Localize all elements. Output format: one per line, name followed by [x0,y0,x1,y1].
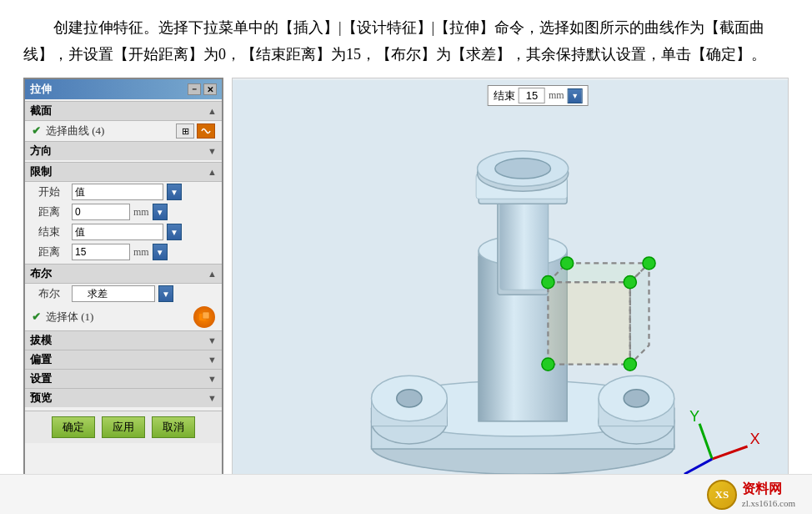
dim-value-input[interactable] [519,88,545,103]
section-offset[interactable]: 偏置 ▼ [25,350,222,369]
bool-value-input[interactable] [72,285,155,302]
section-bool-arrow: ▲ [208,269,217,279]
start-type-input[interactable] [72,184,163,200]
end-distance-row: 距离 mm ▼ [25,242,222,262]
section-offset-arrow: ▼ [208,355,217,365]
end-distance-dropdown[interactable]: ▼ [153,244,168,260]
start-distance-dropdown[interactable]: ▼ [153,204,168,220]
svg-point-27 [542,276,554,289]
section-direction[interactable]: 方向 ▼ [25,141,222,160]
svg-point-23 [495,159,551,179]
svg-text:X: X [750,431,760,447]
bool-label: 布尔 [38,286,68,301]
start-label: 开始 [38,184,68,199]
3d-model-svg: X Y Z [233,78,788,514]
end-distance-input[interactable] [72,244,130,260]
section-limits-label: 限制 [30,164,52,179]
dropdown-arrow-icon: ▼ [170,188,178,197]
start-unit: mm [133,206,149,219]
logo-text: 资料网 zl.xs1616.com [742,481,795,508]
section-settings-arrow: ▼ [208,374,217,384]
svg-point-9 [397,390,422,407]
dimension-label: 结束 mm ▼ [488,85,589,106]
section-cross-section-label: 截面 [30,103,52,118]
distance-label-2: 距离 [38,244,68,260]
start-type-dropdown[interactable]: ▼ [167,184,182,200]
dim-dropdown-arrow-icon: ▼ [571,92,579,100]
footer-logo: XS 资料网 zl.xs1616.com [707,480,795,510]
select-body-label: 选择体 (1) [46,310,185,325]
section-draft-label: 拔模 [30,333,52,348]
section-preview-label: 预览 [30,391,52,406]
dialog-title: 拉伸 [30,82,52,97]
svg-point-29 [542,358,554,370]
checkmark-icon: ✔ [32,124,41,138]
dropdown-arrow-icon-2: ▼ [156,208,164,217]
body-select-icon [193,306,215,328]
close-button[interactable]: ✕ [203,83,217,95]
dropdown-arrow-icon-5: ▼ [162,290,170,299]
bool-type-row: 布尔 ▼ [25,284,222,304]
dropdown-arrow-icon-3: ▼ [170,228,178,237]
svg-point-28 [624,276,636,289]
end-type-dropdown[interactable]: ▼ [167,224,182,240]
dim-prefix: 结束 [494,88,515,103]
section-direction-arrow: ▼ [208,146,217,156]
section-draft-arrow: ▼ [208,335,217,345]
footer: XS 资料网 zl.xs1616.com [0,474,812,514]
svg-rect-1 [203,312,209,319]
logo-circle: XS [707,480,737,510]
logo-sub-text: zl.xs1616.com [742,498,795,508]
section-bool-label: 布尔 [30,266,52,281]
dropdown-arrow-icon-4: ▼ [156,248,164,257]
end-type-input[interactable] [72,224,163,240]
distance-label-1: 距离 [38,204,68,219]
ok-button[interactable]: 确定 [52,416,95,438]
svg-point-30 [624,358,636,370]
bool-dropdown[interactable]: ▼ [158,285,173,302]
section-settings-label: 设置 [30,371,52,386]
start-type-row: 开始 ▼ [25,182,222,202]
curve-icon-2[interactable] [197,123,215,139]
svg-rect-24 [548,282,629,364]
svg-point-32 [643,257,655,270]
end-type-row: 结束 ▼ [25,222,222,242]
end-label: 结束 [38,224,68,239]
checkmark-body-icon: ✔ [32,310,41,324]
section-bool[interactable]: 布尔 ▲ [25,264,222,284]
section-draft[interactable]: 拔模 ▼ [25,330,222,350]
section-cross-section-arrow: ▲ [208,106,217,116]
select-body-row: ✔ 选择体 (1) [25,304,222,330]
svg-text:Y: Y [689,408,699,425]
main-content-row: 拉伸 － ✕ 截面 ▲ ✔ 选择曲线 (4) ⊞ [0,78,812,514]
logo-main-text: 资料网 [742,481,795,498]
section-limits-arrow: ▲ [208,167,217,177]
instruction-text: 创建拉伸特征。选择下拉菜单中的【插入】|【设计特征】|【拉伸】命令，选择如图所示… [0,0,812,76]
section-cross-section[interactable]: 截面 ▲ [25,101,222,121]
section-preview-arrow: ▼ [208,393,217,403]
section-limits[interactable]: 限制 ▲ [25,162,222,182]
svg-point-31 [561,257,574,270]
apply-button[interactable]: 应用 [102,416,145,438]
selected-curve-label: 选择曲线 (4) [46,123,171,139]
dim-unit: mm [549,89,564,102]
dialog-buttons: 确定 应用 取消 [25,411,222,443]
start-distance-row: 距离 mm ▼ [25,202,222,222]
cancel-button[interactable]: 取消 [152,416,195,438]
section-preview[interactable]: 预览 ▼ [25,388,222,407]
logo-symbol: XS [715,488,729,501]
curve-icons: ⊞ [176,123,215,139]
start-distance-input[interactable] [72,204,130,220]
titlebar-buttons: － ✕ [188,83,217,95]
section-offset-label: 偏置 [30,352,52,367]
curve-icon-1[interactable]: ⊞ [176,123,194,139]
paragraph-content: 创建拉伸特征。选择下拉菜单中的【插入】|【设计特征】|【拉伸】命令，选择如图所示… [23,19,766,63]
svg-point-13 [624,390,649,407]
cross-section-row: ✔ 选择曲线 (4) ⊞ [25,121,222,141]
end-unit: mm [133,246,149,259]
minimize-button[interactable]: － [188,83,201,95]
section-settings[interactable]: 设置 ▼ [25,369,222,388]
3d-view-area: 结束 mm ▼ [232,78,789,514]
dim-dropdown-button[interactable]: ▼ [568,88,583,103]
extrude-dialog: 拉伸 － ✕ 截面 ▲ ✔ 选择曲线 (4) ⊞ [23,78,223,514]
